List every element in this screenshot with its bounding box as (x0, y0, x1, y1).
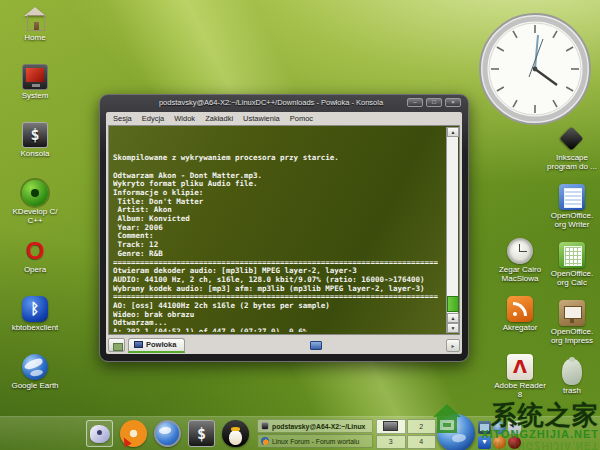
desktop: Home System Konsola KDevelop C/ C++ Oper… (0, 0, 600, 450)
scrollbar[interactable]: ▲ ▲ ▼ (446, 127, 458, 333)
desktop-icon[interactable]: trash (546, 358, 598, 416)
system-icon (22, 64, 48, 90)
kdevelop-icon (22, 180, 48, 206)
gentoo-menu-icon[interactable] (86, 420, 113, 447)
new-session-button[interactable] (108, 338, 125, 352)
menu-item[interactable]: Ustawienia (243, 114, 280, 125)
task-label: Linux Forum - Forum wortalu (272, 438, 359, 445)
desktop-icon[interactable]: OpenOffice. org Writer (546, 184, 598, 242)
download-tray-icon[interactable] (478, 436, 491, 449)
scroll-down-button[interactable]: ▼ (447, 323, 459, 333)
window-titlebar[interactable]: podstavsky@A64-X2:~/LinuxDC++/Downloads … (100, 95, 468, 112)
desktop-right-outer-icon-column: Inkscape program do ... OpenOffice. org … (546, 126, 598, 416)
desktop-icon[interactable]: Adobe Reader 8 (494, 354, 546, 412)
desktop-icon[interactable]: Google Earth (6, 354, 64, 412)
desktop-icon-label: KDevelop C/ C++ (7, 208, 63, 225)
cairo-clock-icon (507, 238, 533, 264)
desktop-icon-label: Google Earth (11, 382, 58, 391)
media-tray-icon[interactable] (493, 436, 506, 449)
menu-item[interactable]: Widok (174, 114, 195, 125)
tab-list-button[interactable]: ▸ (446, 339, 460, 352)
bluetooth-icon (22, 296, 48, 322)
desktop-icon[interactable]: Home (6, 6, 64, 64)
firefox-task-icon (261, 437, 269, 445)
desktop-icon-label: kbtobexclient (12, 324, 59, 333)
desktop-icon[interactable]: OpenOffice. org Impress (546, 300, 598, 358)
pager-desktop-4[interactable]: 4 (407, 435, 437, 450)
akregator-icon (507, 296, 533, 322)
desktop-icon-label: trash (563, 387, 581, 396)
terminal-line: Comment: (113, 232, 443, 241)
session-monitor-icon (310, 341, 322, 350)
tab-shell[interactable]: Powłoka (128, 338, 185, 353)
screenshot-tray-icon[interactable] (478, 421, 491, 434)
konqueror-icon[interactable] (154, 420, 181, 447)
task-konsole[interactable]: podstavsky@A64-X2:~/Linux (257, 419, 373, 433)
window-title: podstavsky@A64-X2:~/LinuxDC++/Downloads … (140, 98, 402, 107)
desktop-icon[interactable]: Akregator (494, 296, 546, 354)
opera-icon (22, 238, 48, 264)
desktop-icon-label: Inkscape program do ... (546, 154, 598, 171)
desktop-icon[interactable]: Konsola (6, 122, 64, 180)
pager-desktop-3[interactable]: 3 (376, 435, 406, 450)
task-list: podstavsky@A64-X2:~/Linux Linux Forum - … (257, 419, 373, 448)
desktop-icon[interactable]: kbtobexclient (6, 296, 64, 354)
desktop-icon-label: Konsola (21, 150, 50, 159)
k3b-icon[interactable] (120, 420, 147, 447)
pager-desktop-2[interactable]: 2 (407, 419, 437, 434)
desktop-right-inner-icon-column: Zegar Cairo MacSlowa Akregator Adobe Rea… (494, 238, 546, 412)
home-icon (22, 6, 48, 32)
desktop-icon-label: OpenOffice. org Impress (546, 328, 598, 345)
globe-tray-icon[interactable] (437, 414, 475, 450)
inkscape-icon (559, 126, 585, 152)
terminal-line: A: 292.1 (04:52.1) of 447.0 (07:27.0) 0.… (113, 328, 443, 332)
desktop-icon[interactable]: System (6, 64, 64, 122)
desktop-icon-label: Adobe Reader 8 (494, 382, 546, 399)
oo-writer-icon (559, 184, 585, 210)
system-tray (478, 421, 521, 449)
desktop-icon[interactable]: OpenOffice. org Calc (546, 242, 598, 300)
menu-item[interactable]: Edycja (142, 114, 165, 125)
maximize-button[interactable]: □ (426, 98, 442, 107)
quick-launchers (86, 420, 249, 447)
shell-tab-icon (134, 341, 143, 348)
window-body: SesjaEdycjaWidokZakładkiUstawieniaPomoc … (106, 112, 462, 354)
minimize-button[interactable]: – (407, 98, 423, 107)
desktop-icon-label: Zegar Cairo MacSlowa (494, 266, 546, 283)
cursor-tray-icon[interactable] (508, 421, 521, 434)
desktop-icon-label: Opera (24, 266, 46, 275)
shell-tab-label: Powłoka (146, 340, 176, 349)
scroll-up-button-2[interactable]: ▲ (447, 313, 459, 323)
desktop-pager: 2 3 4 (376, 419, 436, 449)
pager-desktop-1[interactable] (376, 419, 406, 434)
task-browser[interactable]: Linux Forum - Forum wortalu (257, 434, 373, 448)
konsole-task-icon (261, 422, 269, 430)
desktop-icon-label: OpenOffice. org Calc (546, 270, 598, 287)
adobe-reader-icon (507, 354, 533, 380)
menu-item[interactable]: Sesja (113, 114, 132, 125)
desktop-icon[interactable]: Opera (6, 238, 64, 296)
scroll-up-button[interactable]: ▲ (447, 127, 459, 137)
google-earth-icon (22, 354, 48, 380)
menu-bar: SesjaEdycjaWidokZakładkiUstawieniaPomoc (106, 112, 462, 125)
tux-icon[interactable] (222, 420, 249, 447)
trash-icon (562, 359, 582, 385)
desktop-icon[interactable]: KDevelop C/ C++ (6, 180, 64, 238)
menu-item[interactable]: Zakładki (205, 114, 233, 125)
oo-calc-icon (559, 242, 585, 268)
konsole-launcher-icon[interactable] (188, 420, 215, 447)
window-controls: – □ × (407, 98, 461, 107)
desktop-icon-label: Home (24, 34, 45, 43)
desktop-icon-label: System (22, 92, 49, 101)
amarok-tray-icon[interactable] (508, 436, 521, 449)
close-button[interactable]: × (445, 98, 461, 107)
network-tray-icon[interactable] (493, 421, 506, 434)
desktop-icon[interactable]: Zegar Cairo MacSlowa (494, 238, 546, 296)
desktop-icon-label: Akregator (503, 324, 538, 333)
terminal-output: Skompilowane z wykrywaniem procesora prz… (113, 128, 443, 332)
desktop-left-icon-column: Home System Konsola KDevelop C/ C++ Oper… (6, 6, 64, 412)
terminal-viewport[interactable]: Skompilowane z wykrywaniem procesora prz… (108, 125, 460, 335)
menu-item[interactable]: Pomoc (290, 114, 313, 125)
desktop-icon[interactable]: Inkscape program do ... (546, 126, 598, 184)
scrollbar-thumb[interactable] (447, 296, 459, 312)
